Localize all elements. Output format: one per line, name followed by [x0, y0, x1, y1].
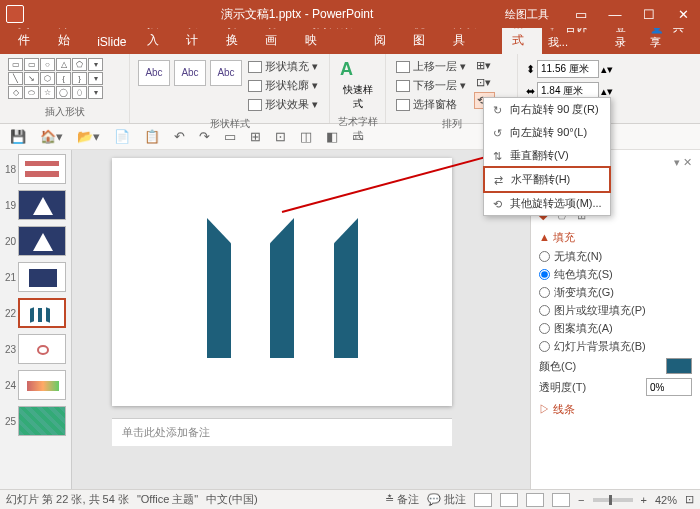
flip-v-icon: ⇅	[490, 150, 504, 162]
shape-bar-mid[interactable]	[270, 218, 294, 358]
ribbon-group-insert-shapes: ▭▭○△⬠▾ ╲↘⬡{}▾ ◇⬭☆◯⬯▾ 插入形状	[0, 54, 130, 123]
height-input[interactable]	[537, 60, 599, 78]
ribbon-group-wordart: A快速样式 艺术字样式	[330, 54, 386, 123]
rotate-right-90[interactable]: ↻向右旋转 90 度(R)	[484, 98, 610, 121]
section-line[interactable]: ▷ 线条	[539, 402, 692, 417]
selection-icon	[396, 99, 410, 111]
notes-pane[interactable]: 单击此处添加备注	[112, 418, 452, 446]
window-title: 演示文稿1.pptx - PowerPoint	[30, 6, 564, 23]
thumb-18[interactable]: 18	[2, 154, 69, 184]
view-reading-icon[interactable]	[526, 493, 544, 507]
ribbon-tabs: 文件 开始 iSlide 插入 设计 切换 动画 幻灯片放映 审阅 视图 开发工…	[0, 28, 700, 54]
thumb-22[interactable]: 22	[2, 298, 69, 328]
color-label: 颜色(C)	[539, 359, 576, 374]
rotate-right-icon: ↻	[490, 104, 504, 116]
style-preset[interactable]: Abc	[210, 60, 242, 86]
zoom-out-button[interactable]: −	[578, 494, 584, 506]
backward-icon	[396, 80, 410, 92]
close-button[interactable]: ✕	[666, 0, 700, 28]
rotate-left-icon: ↺	[490, 127, 504, 139]
section-fill[interactable]: ▲ 填充	[539, 230, 692, 245]
current-slide[interactable]	[112, 158, 452, 406]
shape-outline-button[interactable]: 形状轮廓 ▾	[246, 77, 320, 94]
rotate-left-90[interactable]: ↺向左旋转 90°(L)	[484, 121, 610, 144]
fill-picture[interactable]: 图片或纹理填充(P)	[539, 303, 692, 318]
transparency-label: 透明度(T)	[539, 380, 586, 395]
shape-bar-left[interactable]	[207, 218, 231, 358]
fill-pattern[interactable]: 图案填充(A)	[539, 321, 692, 336]
more-icon: ⟲	[490, 198, 504, 210]
contextual-tab-label: 绘图工具	[505, 7, 549, 22]
group-button[interactable]: ⊡▾	[474, 75, 495, 90]
shapes-gallery[interactable]: ▭▭○△⬠▾ ╲↘⬡{}▾ ◇⬭☆◯⬯▾	[8, 58, 121, 99]
qat-open-icon[interactable]: 📂▾	[77, 129, 100, 144]
send-backward-button[interactable]: 下移一层 ▾	[394, 77, 468, 94]
selection-pane-button[interactable]: 选择窗格	[394, 96, 468, 113]
fill-gradient[interactable]: 渐变填充(G)	[539, 285, 692, 300]
titlebar: 演示文稿1.pptx - PowerPoint 绘图工具 ▭ — ☐ ✕	[0, 0, 700, 28]
forward-icon	[396, 61, 410, 73]
ribbon-group-shape-styles: Abc Abc Abc 形状填充 ▾ 形状轮廓 ▾ 形状效果 ▾ 形状样式	[130, 54, 330, 123]
fill-none[interactable]: 无填充(N)	[539, 249, 692, 264]
transparency-input[interactable]	[646, 378, 692, 396]
minimize-button[interactable]: —	[598, 0, 632, 28]
fill-solid[interactable]: 纯色填充(S)	[539, 267, 692, 282]
fill-slidebg[interactable]: 幻灯片背景填充(B)	[539, 339, 692, 354]
more-rotation-options[interactable]: ⟲其他旋转选项(M)...	[484, 192, 610, 215]
group-label: 插入形状	[6, 103, 123, 121]
ribbon-opts-icon[interactable]: ▭	[564, 0, 598, 28]
status-comments[interactable]: 💬 批注	[427, 492, 466, 507]
app-icon	[6, 5, 24, 23]
thumb-19[interactable]: 19	[2, 190, 69, 220]
shape-fill-button[interactable]: 形状填充 ▾	[246, 58, 320, 75]
thumb-20[interactable]: 20	[2, 226, 69, 256]
thumb-23[interactable]: 23	[2, 334, 69, 364]
rotate-dropdown: ↻向右旋转 90 度(R) ↺向左旋转 90°(L) ⇅垂直翻转(V) ⇄水平翻…	[483, 97, 611, 216]
fit-window-icon[interactable]: ⊡	[685, 493, 694, 506]
slide-canvas[interactable]: 单击此处添加备注	[72, 150, 530, 489]
bring-forward-button[interactable]: 上移一层 ▾	[394, 58, 468, 75]
view-slideshow-icon[interactable]	[552, 493, 570, 507]
slide-thumbnails[interactable]: 18 19 20 21 22 23 24 25	[0, 150, 72, 489]
zoom-value[interactable]: 42%	[655, 494, 677, 506]
style-preset[interactable]: Abc	[174, 60, 206, 86]
effects-icon	[248, 99, 262, 111]
status-theme: "Office 主题"	[137, 492, 198, 507]
group-label: 形状样式	[136, 115, 323, 133]
flip-h-icon: ⇄	[491, 174, 505, 186]
qat-home-icon[interactable]: 🏠▾	[40, 129, 63, 144]
maximize-button[interactable]: ☐	[632, 0, 666, 28]
tab-islide[interactable]: iSlide	[87, 30, 136, 54]
statusbar: 幻灯片 第 22 张, 共 54 张 "Office 主题" 中文(中国) ≛ …	[0, 489, 700, 509]
status-notes[interactable]: ≛ 备注	[385, 492, 419, 507]
thumb-25[interactable]: 25	[2, 406, 69, 436]
thumb-24[interactable]: 24	[2, 370, 69, 400]
flip-vertical[interactable]: ⇅垂直翻转(V)	[484, 144, 610, 167]
outline-icon	[248, 80, 262, 92]
height-icon: ⬍	[526, 63, 535, 76]
qat-save-icon[interactable]: 💾	[10, 129, 26, 144]
zoom-in-button[interactable]: +	[641, 494, 647, 506]
color-swatch[interactable]	[666, 358, 692, 374]
zoom-slider[interactable]	[593, 498, 633, 502]
status-lang[interactable]: 中文(中国)	[206, 492, 257, 507]
style-preset[interactable]: Abc	[138, 60, 170, 86]
view-sorter-icon[interactable]	[500, 493, 518, 507]
fill-icon	[248, 61, 262, 73]
status-slide: 幻灯片 第 22 张, 共 54 张	[6, 492, 129, 507]
thumb-21[interactable]: 21	[2, 262, 69, 292]
view-normal-icon[interactable]	[474, 493, 492, 507]
qat-new-icon[interactable]: 📄	[114, 129, 130, 144]
group-label: 艺术字样式	[336, 113, 379, 145]
align-button[interactable]: ⊞▾	[474, 58, 495, 73]
shape-effects-button[interactable]: 形状效果 ▾	[246, 96, 320, 113]
quick-styles-button[interactable]: A	[338, 58, 377, 81]
width-icon: ⬌	[526, 85, 535, 98]
flip-horizontal[interactable]: ⇄水平翻转(H)	[483, 166, 611, 193]
shape-bar-right[interactable]	[334, 218, 358, 358]
